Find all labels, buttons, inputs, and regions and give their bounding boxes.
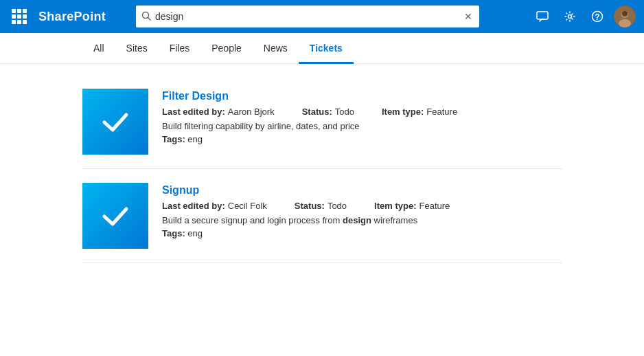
meta-status: Status: Todo [295,201,347,211]
svg-rect-2 [537,12,548,19]
tab-people[interactable]: People [200,33,253,63]
tags-label: Tags: [162,228,185,238]
header-actions: ? [531,5,636,27]
search-box: ✕ [136,5,479,27]
result-meta: Last edited by: Aaron Bjork Status: Todo… [162,107,562,117]
result-description: Build a secure signup and login process … [162,215,562,225]
status-value: Todo [327,201,347,211]
svg-point-3 [568,15,571,19]
last-edited-value: Aaron Bjork [228,107,275,117]
tab-files[interactable]: Files [159,33,201,63]
desc-before: Build a secure signup and login process … [162,215,343,225]
search-icon [141,11,151,23]
svg-point-8 [619,19,631,27]
results-area: Filter Design Last edited by: Aaron Bjor… [0,64,644,274]
svg-point-9 [622,11,628,16]
settings-button[interactable] [559,5,581,27]
result-title-link[interactable]: Filter Design [162,90,562,102]
item-type-value: Feature [419,201,450,211]
result-content: Signup Last edited by: Cecil Folk Status… [162,183,562,238]
status-label: Status: [295,201,325,211]
meta-status: Status: Todo [302,107,354,117]
tab-sites[interactable]: Sites [115,33,159,63]
search-input[interactable] [155,11,463,22]
search-container: ✕ [136,5,479,27]
result-thumbnail [82,183,148,249]
item-type-label: Item type: [382,107,424,117]
avatar-image [614,5,636,27]
tags-value: eng [187,228,203,238]
last-edited-label: Last edited by: [162,107,225,117]
status-label: Status: [302,107,332,117]
waffle-menu-button[interactable] [8,5,30,27]
tags-label: Tags: [162,134,185,144]
result-item: Filter Design Last edited by: Aaron Bjor… [82,75,562,169]
result-description: Build filtering capability by airline, d… [162,121,562,131]
app-header: SharePoint ✕ [0,0,644,33]
waffle-icon [12,9,27,24]
tab-news[interactable]: News [253,33,299,63]
result-meta: Last edited by: Cecil Folk Status: Todo … [162,201,562,211]
result-content: Filter Design Last edited by: Aaron Bjor… [162,89,562,144]
help-button[interactable]: ? [586,5,608,27]
meta-item-type: Item type: Feature [374,201,450,211]
tags-value: eng [187,134,203,144]
desc-highlight: design [343,215,371,225]
result-thumbnail [82,89,148,155]
tab-tickets[interactable]: Tickets [299,33,354,63]
meta-item-type: Item type: Feature [382,107,457,117]
chat-button[interactable] [531,5,553,27]
ticket-icon [97,198,133,234]
tab-all[interactable]: All [82,33,115,63]
nav-tabs: All Sites Files People News Tickets [0,33,644,64]
meta-last-edited: Last edited by: Aaron Bjork [162,107,275,117]
result-item: Signup Last edited by: Cecil Folk Status… [82,169,562,263]
meta-last-edited: Last edited by: Cecil Folk [162,201,267,211]
last-edited-label: Last edited by: [162,201,225,211]
desc-after: wireframes [371,215,417,225]
result-title-link[interactable]: Signup [162,184,562,197]
user-avatar[interactable] [614,5,636,27]
app-logo: SharePoint [38,10,106,24]
item-type-label: Item type: [374,201,416,211]
ticket-icon [97,104,133,140]
result-tags: Tags: eng [162,134,562,144]
search-clear-button[interactable]: ✕ [463,10,474,23]
last-edited-value: Cecil Folk [228,201,267,211]
item-type-value: Feature [426,107,457,117]
status-value: Todo [335,107,354,117]
result-tags: Tags: eng [162,228,562,238]
svg-line-1 [148,17,151,20]
svg-text:?: ? [595,12,599,22]
